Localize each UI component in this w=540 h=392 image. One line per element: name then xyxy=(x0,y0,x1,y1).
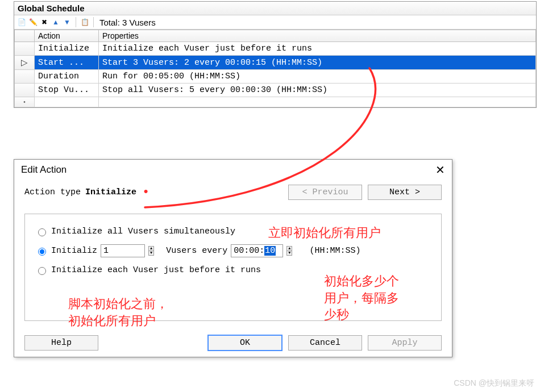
cell-properties[interactable]: Start 3 Vusers: 2 every 00:00:15 (HH:MM:… xyxy=(99,56,536,70)
cell-action[interactable]: Stop Vu... xyxy=(35,84,99,97)
table-row[interactable]: Stop Vu...Stop all Vusers: 5 every 00:00… xyxy=(15,84,536,97)
cancel-button[interactable]: Cancel xyxy=(288,335,362,351)
edit-icon[interactable]: ✏️ xyxy=(28,17,38,27)
action-type-value: Initialize xyxy=(85,187,136,197)
schedule-table-wrap: Action Properties InitializeInitialize e… xyxy=(14,30,536,107)
table-row[interactable]: ▷Start ...Start 3 Vusers: 2 every 00:00:… xyxy=(15,56,536,70)
interval-time-input[interactable]: 00:00:10 xyxy=(231,244,283,257)
separator xyxy=(76,17,76,27)
radio-before-run-label: Initialize each Vuser just before it run… xyxy=(51,265,261,275)
watermark: CSDN @快到锅里来呀 xyxy=(454,378,534,389)
radio-every-suffix: (HH:MM:SS) xyxy=(309,246,360,256)
time-spinner[interactable]: ▲▼ xyxy=(286,246,292,256)
table-row-blank[interactable]: • xyxy=(15,97,536,107)
radio-every[interactable]: Initializ ▲▼ Vusers every 00:00:10 ▲▼ (H… xyxy=(35,244,433,257)
previous-button[interactable]: < Previou xyxy=(288,185,362,200)
close-icon[interactable]: ✕ xyxy=(435,165,445,174)
col-properties[interactable]: Properties xyxy=(99,30,536,42)
radio-simultaneous-input[interactable] xyxy=(38,228,46,236)
table-row[interactable]: DurationRun for 00:05:00 (HH:MM:SS) xyxy=(15,70,536,84)
radio-simultaneous-label: Initialize all Vusers simultaneously xyxy=(51,227,235,236)
dialog-title-text: Edit Action xyxy=(21,164,67,176)
cell-action[interactable]: Start ... xyxy=(35,56,99,70)
separator xyxy=(93,17,94,27)
move-down-icon[interactable]: ▼ xyxy=(62,17,72,27)
radio-every-prefix: Initializ xyxy=(51,246,97,256)
panel-title: Global Schedule xyxy=(14,2,536,15)
cell-action[interactable]: Initialize xyxy=(35,42,99,56)
radio-every-mid: Vusers every xyxy=(166,246,227,256)
help-button[interactable]: Help xyxy=(24,335,98,351)
table-row[interactable]: InitializeInitialize each Vuser just bef… xyxy=(15,42,536,56)
radio-simultaneous[interactable]: Initialize all Vusers simultaneously xyxy=(35,227,433,236)
toolbar: 📄 ✏️ ✖ ▲ ▼ 📋 Total: 3 Vusers xyxy=(14,15,536,30)
vusers-count-input[interactable] xyxy=(101,244,145,257)
cell-action[interactable]: Duration xyxy=(35,70,99,84)
global-schedule-panel: Global Schedule 📄 ✏️ ✖ ▲ ▼ 📋 Total: 3 Vu… xyxy=(14,1,537,108)
cell-properties[interactable]: Stop all Vusers: 5 every 00:00:30 (HH:MM… xyxy=(99,84,536,97)
options-group: Initialize all Vusers simultaneously Ini… xyxy=(24,214,442,321)
row-marker: ▷ xyxy=(15,56,35,70)
add-icon[interactable]: 📄 xyxy=(16,17,27,27)
row-marker xyxy=(15,84,35,97)
radio-every-input[interactable] xyxy=(38,248,46,256)
row-marker: • xyxy=(15,97,35,107)
ok-button[interactable]: OK xyxy=(207,335,283,351)
move-up-icon[interactable]: ▲ xyxy=(51,17,61,27)
dot-icon: • xyxy=(142,190,149,195)
radio-before-run[interactable]: Initialize each Vuser just before it run… xyxy=(35,265,433,275)
next-button[interactable]: Next > xyxy=(368,185,442,200)
schedule-table[interactable]: Action Properties InitializeInitialize e… xyxy=(14,30,536,107)
cell-properties[interactable]: Initialize each Vuser just before it run… xyxy=(99,42,536,56)
cell-properties[interactable]: Run for 00:05:00 (HH:MM:SS) xyxy=(99,70,536,84)
dialog-titlebar: Edit Action ✕ xyxy=(14,160,452,182)
radio-before-run-input[interactable] xyxy=(38,267,46,275)
action-type-label: Action type xyxy=(24,187,81,197)
count-spinner[interactable]: ▲▼ xyxy=(148,246,154,256)
delete-icon[interactable]: ✖ xyxy=(39,17,49,27)
apply-button[interactable]: Apply xyxy=(368,335,442,351)
copy-icon[interactable]: 📋 xyxy=(80,17,90,27)
row-marker xyxy=(15,70,35,84)
col-action[interactable]: Action xyxy=(35,30,99,42)
row-marker xyxy=(15,42,35,56)
total-vusers-label: Total: 3 Vusers xyxy=(99,18,156,27)
edit-action-dialog: Edit Action ✕ Action type Initialize • <… xyxy=(14,159,452,357)
